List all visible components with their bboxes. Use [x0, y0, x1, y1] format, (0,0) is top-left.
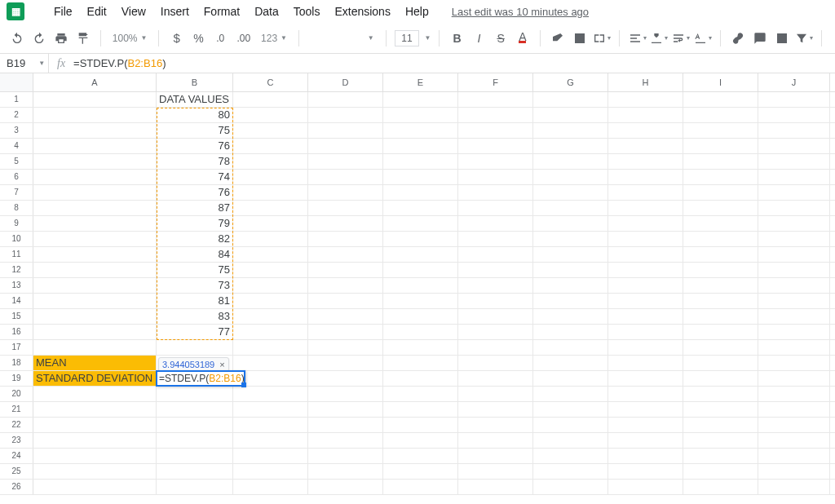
cell-B15[interactable]: 83 — [157, 309, 233, 324]
cell-F7[interactable] — [458, 185, 533, 200]
cell-J24[interactable] — [758, 449, 830, 463]
cell-A2[interactable] — [33, 108, 157, 122]
cell-B16[interactable]: 77 — [157, 325, 233, 339]
cell-I24[interactable] — [683, 449, 758, 463]
cell-E8[interactable] — [383, 201, 458, 215]
cell-E11[interactable] — [383, 247, 458, 262]
cell-A15[interactable] — [33, 309, 157, 324]
cell-F19[interactable] — [458, 371, 533, 386]
merge-cells-button[interactable]: ▾ — [593, 29, 612, 48]
cell-C13[interactable] — [233, 278, 308, 293]
cell-C8[interactable] — [233, 201, 308, 215]
cell-A4[interactable] — [33, 139, 157, 153]
cell-H20[interactable] — [608, 387, 683, 401]
bold-button[interactable]: B — [448, 29, 466, 48]
cell-G4[interactable] — [533, 139, 608, 153]
cell-G6[interactable] — [533, 170, 608, 184]
cell-G17[interactable] — [533, 340, 608, 355]
cell-G18[interactable] — [533, 356, 608, 370]
cell-E14[interactable] — [383, 294, 458, 308]
cell-B3[interactable]: 75 — [157, 123, 233, 138]
cell-D26[interactable] — [308, 480, 383, 494]
cell-D7[interactable] — [308, 185, 383, 200]
undo-button[interactable] — [8, 29, 27, 48]
cell-G5[interactable] — [533, 154, 608, 169]
cell-I4[interactable] — [683, 139, 758, 153]
cell-H11[interactable] — [608, 247, 683, 262]
cell-F3[interactable] — [458, 123, 533, 138]
menu-help[interactable]: Help — [399, 2, 435, 21]
cell-I26[interactable] — [683, 480, 758, 494]
cell-I7[interactable] — [683, 185, 758, 200]
font-family-dropdown[interactable]: ▼ — [307, 34, 378, 42]
cell-F4[interactable] — [458, 139, 533, 153]
number-format-dropdown[interactable]: 123▼ — [258, 33, 290, 44]
cell-C6[interactable] — [233, 170, 308, 184]
cell-D10[interactable] — [308, 232, 383, 246]
cell-H10[interactable] — [608, 232, 683, 246]
cell-J23[interactable] — [758, 433, 830, 448]
cell-E9[interactable] — [383, 216, 458, 231]
column-header-F[interactable]: F — [458, 73, 533, 91]
cell-H19[interactable] — [608, 371, 683, 386]
menu-data[interactable]: Data — [248, 2, 285, 21]
cell-J9[interactable] — [758, 216, 830, 231]
cell-F16[interactable] — [458, 325, 533, 339]
cell-D17[interactable] — [308, 340, 383, 355]
currency-button[interactable]: $ — [167, 29, 186, 48]
cell-G3[interactable] — [533, 123, 608, 138]
paint-format-button[interactable] — [73, 29, 92, 48]
cell-J19[interactable] — [758, 371, 830, 386]
print-button[interactable] — [51, 29, 70, 48]
menu-insert[interactable]: Insert — [154, 2, 196, 21]
cell-F14[interactable] — [458, 294, 533, 308]
select-all-corner[interactable] — [0, 73, 33, 91]
cell-J15[interactable] — [758, 309, 830, 324]
cell-D14[interactable] — [308, 294, 383, 308]
cell-C24[interactable] — [233, 449, 308, 463]
cell-G16[interactable] — [533, 325, 608, 339]
cell-J17[interactable] — [758, 340, 830, 355]
row-header[interactable]: 18 — [0, 356, 33, 370]
cell-J6[interactable] — [758, 170, 830, 184]
cell-B24[interactable] — [157, 449, 233, 463]
cell-D12[interactable] — [308, 263, 383, 277]
cell-G11[interactable] — [533, 247, 608, 262]
cell-B6[interactable]: 74 — [157, 170, 233, 184]
cell-F24[interactable] — [458, 449, 533, 463]
cell-B25[interactable] — [157, 464, 233, 479]
cell-E18[interactable] — [383, 356, 458, 370]
cell-A22[interactable] — [33, 418, 157, 432]
cell-D20[interactable] — [308, 387, 383, 401]
fill-color-button[interactable] — [549, 29, 568, 48]
cell-G13[interactable] — [533, 278, 608, 293]
cell-H1[interactable] — [608, 92, 683, 107]
cell-I19[interactable] — [683, 371, 758, 386]
row-header[interactable]: 7 — [0, 185, 33, 200]
cell-J18[interactable] — [758, 356, 830, 370]
cell-E12[interactable] — [383, 263, 458, 277]
cell-H2[interactable] — [608, 108, 683, 122]
row-header[interactable]: 2 — [0, 108, 33, 122]
cell-G15[interactable] — [533, 309, 608, 324]
cell-D2[interactable] — [308, 108, 383, 122]
row-header[interactable]: 12 — [0, 263, 33, 277]
cell-A19[interactable]: STANDARD DEVIATION — [33, 371, 157, 386]
row-header[interactable]: 24 — [0, 449, 33, 463]
cell-E19[interactable] — [383, 371, 458, 386]
row-header[interactable]: 15 — [0, 309, 33, 324]
row-header[interactable]: 14 — [0, 294, 33, 308]
formula-input[interactable]: =STDEV.P(B2:B16) — [73, 57, 166, 69]
menu-format[interactable]: Format — [197, 2, 246, 21]
cell-B21[interactable] — [157, 402, 233, 417]
cell-I16[interactable] — [683, 325, 758, 339]
cell-C26[interactable] — [233, 480, 308, 494]
row-header[interactable]: 13 — [0, 278, 33, 293]
row-header[interactable]: 16 — [0, 325, 33, 339]
cell-I13[interactable] — [683, 278, 758, 293]
cell-J16[interactable] — [758, 325, 830, 339]
cell-C23[interactable] — [233, 433, 308, 448]
cell-J7[interactable] — [758, 185, 830, 200]
cell-H15[interactable] — [608, 309, 683, 324]
cell-B13[interactable]: 73 — [157, 278, 233, 293]
